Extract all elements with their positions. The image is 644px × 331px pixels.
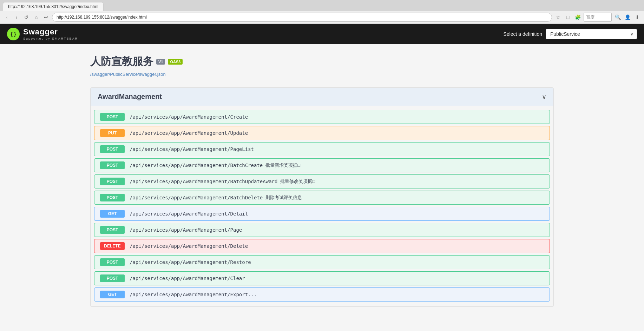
- active-tab[interactable]: http://192.168.199.155:8012/swagger/inde…: [3, 2, 104, 11]
- api-path: /api/services/app/AwardManagement/Export…: [130, 292, 257, 297]
- address-bar[interactable]: [52, 13, 552, 22]
- endpoint-pagelist[interactable]: POST /api/services/app/AwardManagement/P…: [94, 142, 550, 156]
- endpoint-batchdelete[interactable]: POST /api/services/app/AwardManagement/B…: [94, 191, 550, 205]
- endpoint-detail[interactable]: GET /api/services/app/AwardManagement/De…: [94, 207, 550, 221]
- browser-toolbar: ‹ › ↺ ⌂ ↩ ☆ □ 🧩 🔍 👤 ⬇: [0, 11, 644, 24]
- search-input[interactable]: [584, 13, 612, 22]
- api-title-block: 人防宣教服务 V1 OAS3: [90, 54, 554, 69]
- method-badge-post: POST: [100, 145, 125, 153]
- api-path: /api/services/app/AwardManagement/BatchC…: [130, 163, 263, 168]
- chevron-down-icon: ∨: [542, 93, 546, 101]
- method-badge-post: POST: [100, 161, 125, 169]
- method-badge-get: GET: [100, 291, 125, 298]
- swagger-logo-name: Swagger: [23, 27, 58, 36]
- profile-button[interactable]: 👤: [624, 13, 631, 21]
- endpoint-page[interactable]: POST /api/services/app/AwardManagement/P…: [94, 223, 550, 237]
- definition-select[interactable]: PublicService: [546, 29, 637, 39]
- api-path: /api/services/app/AwardManagement/Detail: [130, 211, 248, 217]
- api-path: /api/services/app/AwardManagement/BatchU…: [130, 179, 277, 184]
- version-badge: V1: [156, 59, 165, 65]
- endpoint-create[interactable]: POST /api/services/app/AwardManagement/C…: [94, 110, 550, 124]
- swagger-json-link[interactable]: /swagger/PublicService/swagger.json: [90, 72, 554, 77]
- api-desc: 批量新增奖项据□: [265, 162, 300, 168]
- home-button[interactable]: ⌂: [32, 13, 40, 21]
- method-badge-post: POST: [100, 178, 125, 185]
- oas-badge: OAS3: [168, 59, 183, 65]
- swagger-logo-text-block: Swagger Supported by SMARTBEAR: [23, 27, 78, 40]
- endpoint-restore[interactable]: POST /api/services/app/AwardManagement/R…: [94, 255, 550, 269]
- endpoint-batchupdateaward[interactable]: POST /api/services/app/AwardManagement/B…: [94, 174, 550, 188]
- endpoint-clear[interactable]: POST /api/services/app/AwardManagement/C…: [94, 271, 550, 285]
- method-badge-post: POST: [100, 226, 125, 234]
- api-title-text: 人防宣教服务: [90, 54, 153, 69]
- extensions-button[interactable]: 🧩: [574, 13, 581, 21]
- select-definition-label: Select a definition: [503, 31, 542, 37]
- api-path: /api/services/app/AwardManagement/PageLi…: [130, 146, 254, 152]
- endpoint-batchcreate[interactable]: POST /api/services/app/AwardManagement/B…: [94, 158, 550, 172]
- definition-selector: Select a definition PublicService ∨: [503, 29, 637, 39]
- back-button[interactable]: ‹: [3, 13, 11, 21]
- api-path: /api/services/app/AwardManagement/Page: [130, 227, 242, 233]
- api-path: /api/services/app/AwardManagement/BatchD…: [130, 195, 263, 200]
- browser-chrome: http://192.168.199.155:8012/swagger/inde…: [0, 0, 644, 24]
- api-desc: 批量修改奖项据□: [280, 178, 315, 185]
- reload-button[interactable]: ↺: [22, 13, 30, 21]
- browser-tab-bar: http://192.168.199.155:8012/swagger/inde…: [0, 0, 644, 11]
- method-badge-post: POST: [100, 194, 125, 201]
- api-path: /api/services/app/AwardManagement/Update: [130, 130, 248, 136]
- method-badge-delete: DELETE: [100, 242, 125, 250]
- share-button[interactable]: □: [564, 13, 572, 21]
- method-badge-get: GET: [100, 210, 125, 218]
- method-badge-put: PUT: [100, 129, 125, 137]
- api-path: /api/services/app/AwardManagement/Clear: [130, 276, 245, 281]
- select-wrapper: PublicService ∨: [546, 29, 637, 39]
- history-button[interactable]: ↩: [42, 13, 50, 21]
- swagger-logo-icon: { }: [7, 28, 20, 40]
- section-header-award-management[interactable]: AwardManagement ∨: [91, 88, 553, 106]
- swagger-main-content: 人防宣教服务 V1 OAS3 /swagger/PublicService/sw…: [76, 44, 568, 323]
- tab-label: http://192.168.199.155:8012/swagger/inde…: [8, 4, 98, 9]
- section-award-management: AwardManagement ∨ POST /api/services/app…: [90, 87, 554, 307]
- endpoint-delete[interactable]: DELETE /api/services/app/AwardManagement…: [94, 239, 550, 253]
- method-badge-post: POST: [100, 274, 125, 282]
- api-path: /api/services/app/AwardManagement/Delete: [130, 243, 248, 249]
- swagger-logo-sub: Supported by SMARTBEAR: [23, 37, 78, 40]
- swagger-logo: { } Swagger Supported by SMARTBEAR: [7, 27, 78, 40]
- method-badge-post: POST: [100, 113, 125, 121]
- api-path: /api/services/app/AwardManagement/Restor…: [130, 259, 251, 265]
- swagger-header: { } Swagger Supported by SMARTBEAR Selec…: [0, 24, 644, 44]
- section-body-award-management: POST /api/services/app/AwardManagement/C…: [91, 106, 553, 306]
- endpoint-update[interactable]: PUT /api/services/app/AwardManagement/Up…: [94, 126, 550, 140]
- forward-button[interactable]: ›: [13, 13, 20, 21]
- endpoint-export[interactable]: GET /api/services/app/AwardManagement/Ex…: [94, 287, 550, 302]
- download-button[interactable]: ⬇: [633, 13, 641, 21]
- api-desc: 删除考试评奖信息: [265, 194, 302, 201]
- search-go-button[interactable]: 🔍: [614, 13, 622, 21]
- bookmark-button[interactable]: ☆: [554, 13, 562, 21]
- section-title-award-management: AwardManagement: [98, 93, 162, 101]
- api-path: /api/services/app/AwardManagement/Create: [130, 114, 248, 120]
- method-badge-post: POST: [100, 258, 125, 266]
